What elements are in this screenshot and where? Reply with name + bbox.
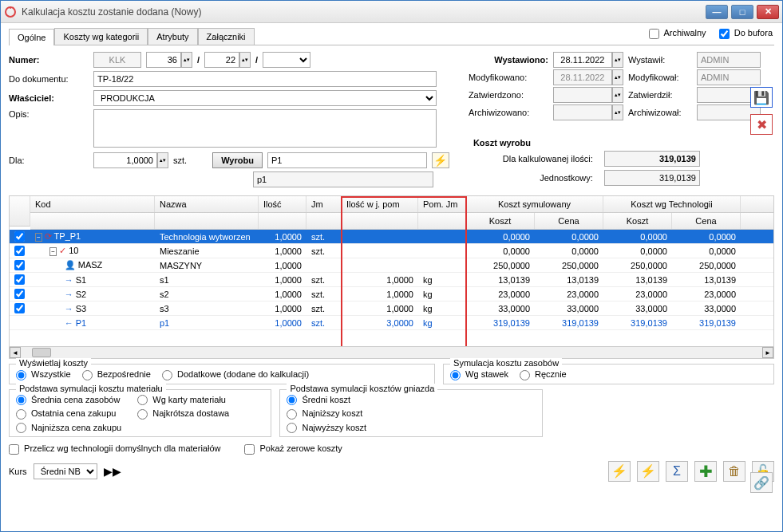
wyswietlaj-legend: Wyświetlaj koszty — [16, 358, 91, 368]
modyfikowal-val — [697, 69, 761, 85]
tab-zalaczniki[interactable]: Załączniki — [198, 28, 255, 45]
wystawil-val — [697, 52, 761, 68]
numer-b-spin[interactable]: ▴▾ — [239, 52, 251, 68]
gniazda-legend: Podstawa symulacji kosztów gniazda — [287, 384, 437, 393]
dla-label: Dla: — [9, 156, 89, 165]
table-row[interactable]: → S1s11,0000szt.1,0000kg13,013913,013913… — [10, 273, 773, 287]
przelicz-checkbox[interactable]: Przelicz wg technologii domyślnych dla m… — [9, 443, 220, 455]
opis-textarea[interactable] — [93, 109, 437, 148]
header-nazwa[interactable]: Nazwa — [155, 196, 259, 212]
wyrobu-input[interactable] — [267, 152, 427, 168]
archiwizowano-input — [553, 104, 612, 120]
zatwierdzono-input — [553, 87, 612, 103]
modyfikowano-label: Modyfikowano: — [469, 73, 548, 82]
modyfikowano-input — [553, 69, 612, 85]
header-symulowany[interactable]: Koszt symulowany — [466, 196, 603, 212]
radio-bezposrednie[interactable]: Bezpośrednie — [82, 369, 151, 380]
material-legend: Podstawa symulacji kosztu materiału — [16, 384, 166, 393]
dla-input[interactable] — [93, 152, 157, 168]
tobuffer-checkbox[interactable]: Do bufora — [719, 28, 773, 39]
header-iloscpom[interactable]: Ilość w j. pom — [342, 196, 418, 212]
radio-sredni[interactable]: Średni koszt — [287, 395, 535, 406]
numer-prefix — [93, 52, 141, 68]
dla-jm: szt. — [173, 156, 187, 165]
header-kod[interactable]: Kod — [30, 196, 155, 212]
radio-najkrotsza[interactable]: Najkrótsza dostawa — [137, 408, 229, 420]
kalkulowana-label: Dla kalkulowanej ilości: — [473, 154, 593, 164]
zatwierdzono-label: Zatwierdzono: — [469, 90, 548, 100]
numer-a-input[interactable] — [146, 52, 181, 68]
add-icon[interactable]: ✚ — [694, 461, 717, 482]
table-row[interactable]: − ✓ 10Mieszanie1,0000szt.0,00000,00000,0… — [10, 244, 773, 258]
p1-display — [253, 171, 433, 187]
header-technologii[interactable]: Koszt wg Technologii — [603, 196, 741, 212]
archiwizowal-label: Archiwizował: — [628, 108, 692, 117]
numer-a-spin[interactable]: ▴▾ — [181, 52, 192, 68]
table-row[interactable]: 👤 MASZMASZYNY1,0000250,0000250,0000250,0… — [10, 258, 773, 273]
tab-atrybuty[interactable]: Atrybuty — [148, 28, 197, 45]
wystawiono-input[interactable] — [553, 52, 612, 68]
dodok-label: Do dokumentu: — [9, 74, 89, 84]
archiwizowano-label: Archiwizowano: — [469, 108, 548, 117]
numer-b-input[interactable] — [204, 52, 239, 68]
pokaz-zerowe-checkbox[interactable]: Pokaż zerowe koszty — [244, 443, 342, 455]
zatwierdzil-label: Zatwierdził: — [628, 90, 692, 100]
save-icon[interactable]: 💾 — [750, 87, 773, 108]
radio-najwyzszy[interactable]: Najwyższy koszt — [287, 423, 535, 434]
table-row[interactable]: → S3s31,0000szt.1,0000kg33,000033,000033… — [10, 301, 773, 316]
radio-recznie[interactable]: Ręcznie — [520, 369, 567, 380]
kurs-select[interactable]: Średni NBP — [34, 463, 97, 479]
numer-label: Numer: — [9, 55, 89, 65]
lightning2-icon[interactable]: ⚡ — [637, 461, 659, 482]
kalkulowana-val — [604, 151, 700, 167]
window-title: Kalkulacja kosztu zostanie dodana (Nowy) — [22, 6, 706, 18]
titlebar: Kalkulacja kosztu zostanie dodana (Nowy)… — [1, 1, 782, 23]
sigma-icon[interactable]: Σ — [666, 461, 688, 482]
trash-icon[interactable]: 🗑 — [723, 461, 745, 482]
lightning1-icon[interactable]: ⚡ — [608, 461, 631, 482]
modyfikowal-label: Modyfikował: — [628, 73, 692, 82]
header-jm[interactable]: Jm — [306, 196, 342, 212]
symulacja-legend: Symulacja kosztu zasobów — [450, 358, 562, 368]
cost-grid[interactable]: Kod Nazwa Ilość Jm Ilość w j. pom Pom. J… — [9, 195, 774, 347]
radio-najnizszy[interactable]: Najniższy koszt — [287, 408, 535, 420]
archival-checkbox[interactable]: Archiwalny — [649, 28, 706, 39]
cancel-icon[interactable]: ✖ — [750, 114, 773, 135]
jednostkowy-val — [604, 170, 700, 186]
grid-scrollbar[interactable]: ◄ ► — [9, 346, 774, 359]
lightning-icon[interactable]: ⚡ — [432, 152, 449, 168]
link-icon[interactable]: 🔗 — [750, 472, 773, 493]
forward-icon[interactable]: ▶▶ — [104, 465, 121, 478]
wystawil-label: Wystawił: — [628, 55, 692, 65]
header-ilosc[interactable]: Ilość — [259, 196, 306, 212]
header-pomjm[interactable]: Pom. Jm — [418, 196, 466, 212]
wlasciciel-select[interactable]: PRODUKCJA — [93, 90, 437, 106]
radio-ostatnia[interactable]: Ostatnia cena zakupu — [16, 408, 121, 420]
wystawiono-spin[interactable]: ▴▾ — [612, 52, 623, 68]
maximize-button[interactable]: □ — [731, 5, 753, 19]
opis-label: Opis: — [9, 109, 89, 119]
table-row[interactable]: → S2s21,0000szt.1,0000kg23,000023,000023… — [10, 287, 773, 301]
table-row[interactable]: ← P1p11,0000szt.3,0000kg319,0139319,0139… — [10, 316, 773, 330]
dodok-input[interactable] — [93, 71, 437, 87]
table-row[interactable]: − ⟳ TP_P1Technologia wytworzen1,0000szt.… — [10, 230, 773, 244]
tab-kategorie[interactable]: Koszty wg kategorii — [54, 28, 148, 45]
wlasciciel-label: Właściciel: — [9, 93, 89, 103]
numer-suffix-select[interactable] — [263, 52, 310, 68]
radio-srednia[interactable]: Średnia cena zasobów — [16, 395, 121, 406]
radio-wgstawek[interactable]: Wg stawek — [450, 369, 508, 380]
wystawiono-label: Wystawiono: — [469, 55, 548, 65]
radio-dodatkowe[interactable]: Dodatkowe (dodane do kalkulacji) — [162, 369, 309, 380]
close-window-button[interactable]: ✕ — [757, 5, 779, 19]
radio-najnizsza[interactable]: Najniższa cena zakupu — [16, 423, 121, 434]
jednostkowy-label: Jednostkowy: — [473, 173, 593, 183]
minimize-button[interactable]: — — [706, 5, 728, 19]
radio-wszystkie[interactable]: Wszystkie — [16, 369, 71, 380]
kurs-label: Kurs — [9, 467, 27, 476]
wyrobu-button[interactable]: Wyrobu — [212, 152, 263, 168]
tab-ogolne[interactable]: Ogólne — [9, 29, 54, 45]
dla-spin[interactable]: ▴▾ — [157, 152, 168, 168]
radio-wgkarty[interactable]: Wg karty materiału — [137, 395, 229, 406]
koszt-wyrobu-title: Koszt wyrobu — [473, 138, 756, 148]
app-icon — [4, 6, 17, 18]
